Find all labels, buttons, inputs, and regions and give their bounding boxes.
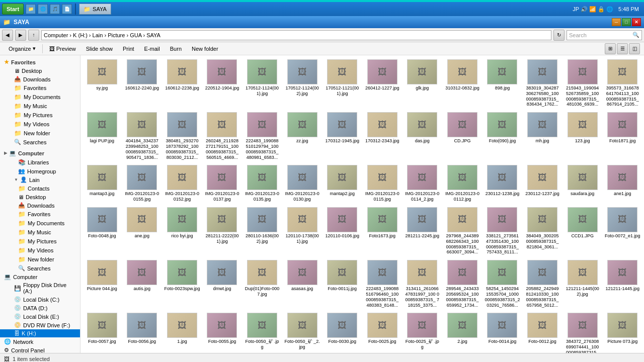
file-item[interactable]: 🖼170312-2343.jpg [363, 110, 402, 162]
forward-button[interactable]: ▶ [15, 30, 26, 41]
minimize-button[interactable]: ─ [612, 18, 621, 26]
file-item[interactable]: 🖼Foto1871.jpg [603, 110, 642, 162]
file-item[interactable]: 🖼281211-2245.jpg [403, 205, 442, 257]
sidebar-item-computer[interactable]: 💻 Computer [0, 273, 80, 281]
file-item[interactable]: 🖼Picture 044.jpg [83, 258, 122, 310]
maximize-button[interactable]: □ [622, 18, 631, 26]
file-item[interactable]: 🖼IMG-20120123-0 0130.jpg [283, 163, 322, 204]
preview-button[interactable]: 🖼 Preview [45, 43, 80, 54]
file-item[interactable]: 🖼Foto-0055.jpg [203, 311, 242, 353]
file-item[interactable]: 🖼1.jpg [163, 311, 202, 353]
file-item[interactable]: 🖼260412-1227.jpg [363, 57, 402, 109]
sidebar-item-lain-newfolder[interactable]: 📁 New folder [0, 255, 80, 264]
file-item[interactable]: 🖼lagi PUP.jpg [83, 110, 122, 162]
file-item[interactable]: 🖼280110-1636(00 2).jpg [243, 205, 282, 257]
sidebar-item-lain-mypictures[interactable]: 📁 My Pictures [0, 237, 80, 246]
file-item[interactable]: 🖼rico byi.jpg [163, 205, 202, 257]
sidebar-item-lain-searches[interactable]: 🔍 Searches [0, 264, 80, 273]
file-item[interactable]: 🖼glk.jpg [403, 57, 442, 109]
file-item[interactable]: 🖼313411_261066 47831997_100 000859387315… [403, 258, 442, 310]
file-item[interactable]: 🖼898.jpg [483, 57, 522, 109]
slideshow-button[interactable]: Slide show [82, 43, 117, 54]
file-item[interactable]: 🖼230112-1238.jpg [483, 163, 522, 204]
file-item[interactable]: 🖼395573_316678 641704113_100 00085938731… [603, 57, 642, 109]
file-item[interactable]: 🖼Dup(01)Foto-0007.jpg [243, 258, 282, 310]
file-item[interactable]: 🖼CD.JPG [443, 110, 482, 162]
back-button[interactable]: ◀ [2, 30, 13, 41]
sidebar-item-lain[interactable]: ▼ 👤 Lain [0, 175, 80, 184]
file-item[interactable]: 🖼297968_244389 682266343_100 00085938731… [443, 205, 482, 257]
start-button[interactable]: Start [2, 4, 24, 15]
sidebar-item-desktop[interactable]: 🖥 Desktop [0, 67, 80, 75]
file-item[interactable]: 🖼384049_300205 000859387315_ 821804_3061… [523, 205, 562, 257]
file-item[interactable]: 🖼170512-1124(00 2).jpg [283, 57, 322, 109]
sidebar-item-floppy[interactable]: 💾 Floppy Disk Drive (A:) [0, 281, 80, 295]
file-item[interactable]: 🖼Foto-0050_矿 _2.jpg [283, 311, 322, 353]
file-item[interactable]: 🖼Foto-0072_e1.jpg [603, 205, 642, 257]
file-item[interactable]: 🖼220512-1904.jpg [203, 57, 242, 109]
file-item[interactable]: 🖼das.jpg [403, 110, 442, 162]
sidebar-item-datad[interactable]: 💿 DATA (D:) [0, 304, 80, 312]
file-item[interactable]: 🖼170512-1121(00 1).jpg [323, 57, 362, 109]
file-item[interactable]: 🖼281211-2222(00 1).jpg [203, 205, 242, 257]
file-item[interactable]: 🖼asasas.jpg [283, 258, 322, 310]
file-item[interactable]: 🖼Foto-0057.jpg [83, 311, 122, 353]
file-item[interactable]: 🖼383019_304287 306276580_100 00085938731… [523, 57, 562, 109]
sidebar-item-searches[interactable]: 🔍 Searches [0, 138, 80, 146]
file-item[interactable]: 🖼ane1.jpg [603, 163, 642, 204]
sidebar-item-homegroup[interactable]: 👥 Homegroup [0, 167, 80, 175]
file-item[interactable]: 🖼Foto-0023spw.jpg [163, 258, 202, 310]
taskbar-icon-media[interactable]: 🎵 [50, 4, 60, 14]
sidebar-item-locale[interactable]: 💿 Local Disk (E:) [0, 312, 80, 321]
file-item[interactable]: 🖼mantap3.jpg [83, 163, 122, 204]
file-item[interactable]: 🖼222483_199088 516796460_100 00085938731… [363, 258, 402, 310]
file-item[interactable]: 🖼Foto-0014.jpg [483, 311, 522, 353]
view-list-button[interactable]: ☰ [617, 43, 628, 54]
file-item[interactable]: 🖼230112-1237.jpg [523, 163, 562, 204]
file-item[interactable]: 🖼170512-1124(00 1).jpg [243, 57, 282, 109]
sidebar-item-mypictures[interactable]: 📁 My Pictures [0, 111, 80, 120]
sidebar-item-kh[interactable]: 🗄 K (H:) [0, 329, 80, 337]
file-item[interactable]: 🖼404184_334237 239948253_100 00085938731… [123, 110, 162, 162]
file-item[interactable]: 🖼Foto-0048.jpg [83, 205, 122, 257]
taskbar-icon-misc[interactable]: 📄 [62, 4, 72, 14]
close-button[interactable]: ✕ [632, 18, 641, 26]
email-button[interactable]: E-mail [140, 43, 165, 54]
file-item[interactable]: 🖼260248_211928 272179151_100 00085938731… [203, 110, 242, 162]
sidebar-item-dvd[interactable]: 📀 DVD RW Drive (F:) [0, 321, 80, 329]
file-item[interactable]: 🖼IMG-20120123-0 0137.jpg [203, 163, 242, 204]
sidebar-item-lain-mymusic[interactable]: 📁 My Music [0, 228, 80, 237]
file-item[interactable]: 🖼IMG-20120123-0 0112.jpg [443, 163, 482, 204]
file-item[interactable]: 🖼Foto-0025_矿 .jpg [403, 311, 442, 353]
file-item[interactable]: 🖼sy.jpg [83, 57, 122, 109]
file-item[interactable]: 🖼Foto-0012.jpg [523, 311, 562, 353]
new-folder-button[interactable]: New folder [187, 43, 223, 54]
file-item[interactable]: 🖼170312-1945.jpg [323, 110, 362, 162]
file-item[interactable]: 🖼ane.jpg [123, 205, 162, 257]
file-item[interactable]: 🖼mh.jpg [523, 110, 562, 162]
search-box[interactable]: Search 🔍 [567, 30, 642, 40]
taskbar-active-window[interactable]: 📁 SAYA [79, 4, 111, 15]
file-item[interactable]: 🖼121211-1445.jpg [603, 258, 642, 310]
file-item[interactable]: 🖼IMG-20120123-0 0135.jpg [243, 163, 282, 204]
sidebar-item-downloads[interactable]: 📥 Downloads [0, 75, 80, 83]
file-item[interactable]: 🖼338121_273561 473351430_100 00085938731… [483, 205, 522, 257]
file-item[interactable]: 🖼Foto-0011j.jpg [323, 258, 362, 310]
file-item[interactable]: 🖼IMG-20120123-0 0115.jpg [363, 163, 402, 204]
file-item[interactable]: 🖼Foto1673.jpg [363, 205, 402, 257]
file-item[interactable]: 🖼289546_243433 205695324_100 00085938731… [443, 258, 482, 310]
sidebar-item-mydocs[interactable]: 📁 My Documents [0, 93, 80, 102]
file-item[interactable]: 🖼Foto-0056.jpg [123, 311, 162, 353]
refresh-button[interactable]: ↻ [553, 30, 565, 41]
file-item[interactable]: 🖼Foto-0050_矿 .jpg [243, 311, 282, 353]
address-path[interactable]: Computer › K (H:) › Lain › Picture › GUA… [41, 30, 551, 40]
computer-header[interactable]: ▶ 💻 Computer [0, 148, 80, 158]
sidebar-item-newfolder[interactable]: 📁 New folder [0, 129, 80, 138]
sidebar-item-libraries[interactable]: 📚 Libraries [0, 158, 80, 167]
file-item[interactable]: 🖼saudara.jpg [563, 163, 602, 204]
sidebar-item-myvideos[interactable]: 📁 My Videos [0, 120, 80, 129]
sidebar-item-lain-mydocs[interactable]: 📁 My Documents [0, 219, 80, 228]
taskbar-icon-explorer[interactable]: 📁 [26, 4, 36, 14]
sidebar-item-lain-favorites[interactable]: 📁 Favorites [0, 210, 80, 219]
up-button[interactable]: ↑ [28, 30, 39, 41]
